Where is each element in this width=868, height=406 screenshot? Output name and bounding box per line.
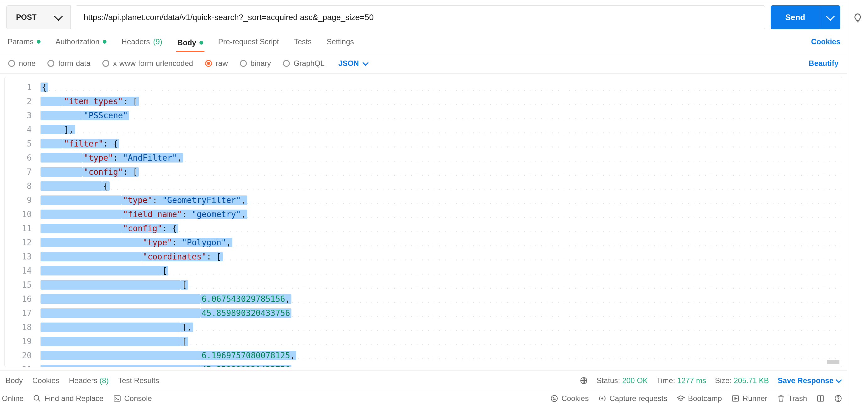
cookie-icon — [550, 395, 558, 403]
footer-panel-toggle[interactable] — [816, 395, 825, 403]
tab-headers[interactable]: Headers (9) — [120, 35, 164, 48]
chevron-down-icon — [826, 12, 834, 21]
footer-trash[interactable]: Trash — [777, 394, 807, 403]
beautify-button[interactable]: Beautify — [809, 59, 838, 68]
svg-point-7 — [554, 399, 554, 400]
radio-icon — [240, 60, 247, 67]
tab-tests[interactable]: Tests — [293, 35, 313, 48]
footer-runner[interactable]: Runner — [732, 394, 768, 403]
method-url-group: POST — [6, 5, 71, 29]
tab-params[interactable]: Params — [6, 35, 42, 48]
send-group: Send — [771, 5, 840, 29]
footer-online-label: Online — [2, 394, 24, 403]
footer-bootcamp[interactable]: Bootcamp — [677, 394, 722, 403]
line-gutter: 123456789101112131415161718192021 — [5, 77, 39, 367]
footer-console[interactable]: Console — [113, 394, 152, 403]
right-rail — [847, 0, 868, 406]
tab-settings[interactable]: Settings — [326, 35, 355, 48]
bodytype-none-label: none — [19, 59, 35, 68]
bodytype-raw-label: raw — [216, 59, 228, 68]
tab-headers-label: Headers — [122, 37, 150, 46]
status-dot-icon — [199, 41, 203, 44]
radio-icon — [48, 60, 54, 67]
trash-icon — [777, 395, 785, 403]
footer-capture[interactable]: Capture requests — [598, 394, 667, 403]
body-language-select[interactable]: JSON — [339, 59, 368, 68]
footer-bootcamp-label: Bootcamp — [688, 394, 722, 403]
bodytype-graphql-label: GraphQL — [293, 59, 325, 68]
save-response-button[interactable]: Save Response — [778, 376, 841, 385]
globe-icon — [580, 376, 588, 385]
play-icon — [732, 395, 740, 403]
resp-tab-headers[interactable]: Headers (8) — [69, 376, 108, 385]
svg-point-6 — [555, 399, 555, 399]
svg-rect-3 — [114, 396, 120, 401]
tab-tests-label: Tests — [294, 37, 312, 46]
footer-cookies[interactable]: Cookies — [550, 394, 589, 403]
two-pane-icon — [816, 395, 825, 403]
svg-point-5 — [553, 398, 554, 398]
resp-tab-headers-label: Headers — [69, 376, 97, 385]
size-group: Size: 205.71 KB — [715, 376, 769, 385]
bodytype-xwww-label: x-www-form-urlencoded — [113, 59, 193, 68]
chevron-down-icon — [363, 60, 369, 66]
time-value: 1277 ms — [677, 376, 706, 385]
resp-tab-body[interactable]: Body — [6, 376, 23, 385]
tab-auth-label: Authorization — [56, 37, 99, 46]
resp-tab-cookies[interactable]: Cookies — [32, 376, 60, 385]
lightbulb-icon[interactable] — [852, 12, 863, 23]
status-dot-icon — [37, 40, 40, 44]
svg-point-4 — [551, 395, 557, 402]
footer-trash-label: Trash — [788, 394, 807, 403]
save-response-label: Save Response — [778, 376, 833, 385]
footer-find[interactable]: Find and Replace — [33, 394, 103, 403]
footer-online[interactable]: Online — [2, 394, 24, 403]
body-language-label: JSON — [339, 59, 359, 68]
svg-point-1 — [34, 395, 39, 400]
footer-help[interactable] — [834, 395, 842, 403]
status-dot-icon — [103, 40, 106, 44]
tab-settings-label: Settings — [327, 37, 354, 46]
status-group: Status: 200 OK — [597, 376, 648, 385]
bodytype-raw[interactable]: raw — [205, 59, 228, 68]
console-icon — [113, 395, 121, 403]
bodytype-formdata[interactable]: form-data — [48, 59, 90, 68]
bodytype-binary[interactable]: binary — [240, 59, 271, 68]
radio-icon — [102, 60, 109, 67]
url-input[interactable]: https://api.planet.com/data/v1/quick-sea… — [76, 5, 765, 29]
footer-runner-label: Runner — [743, 394, 768, 403]
svg-point-8 — [601, 398, 602, 399]
tab-params-label: Params — [7, 37, 34, 46]
bodytype-xwww[interactable]: x-www-form-urlencoded — [102, 59, 193, 68]
footer-cookies-label: Cookies — [561, 394, 589, 403]
search-icon — [33, 395, 41, 403]
status-value: 200 OK — [622, 376, 648, 385]
footer-find-label: Find and Replace — [44, 394, 103, 403]
tab-prerequest-label: Pre-request Script — [218, 37, 279, 46]
size-value: 205.71 KB — [734, 376, 769, 385]
tab-body[interactable]: Body — [176, 36, 205, 52]
tab-prerequest[interactable]: Pre-request Script — [217, 35, 280, 48]
send-dropdown[interactable] — [819, 5, 840, 29]
method-select[interactable]: POST — [7, 6, 71, 29]
code-area[interactable]: { "item_types": [ "PSScene" ], "filter":… — [39, 77, 842, 367]
status-label: Status: — [597, 376, 620, 385]
cookies-link[interactable]: Cookies — [811, 37, 840, 46]
radio-icon — [8, 60, 15, 67]
url-text: https://api.planet.com/data/v1/quick-sea… — [84, 12, 374, 22]
send-button[interactable]: Send — [771, 5, 819, 29]
chevron-down-icon — [836, 377, 842, 383]
bodytype-graphql[interactable]: GraphQL — [283, 59, 325, 68]
code-editor[interactable]: 123456789101112131415161718192021 { "ite… — [4, 77, 842, 367]
bodytype-formdata-label: form-data — [58, 59, 90, 68]
resp-tab-test-results[interactable]: Test Results — [118, 376, 159, 385]
method-label: POST — [16, 13, 36, 22]
time-label: Time: — [657, 376, 675, 385]
bodytype-none[interactable]: none — [8, 59, 35, 68]
minimap-icon — [827, 360, 839, 364]
footer-capture-label: Capture requests — [610, 394, 667, 403]
tab-body-label: Body — [178, 38, 196, 47]
svg-point-13 — [838, 400, 838, 400]
tab-authorization[interactable]: Authorization — [54, 35, 108, 48]
help-icon — [834, 395, 842, 403]
